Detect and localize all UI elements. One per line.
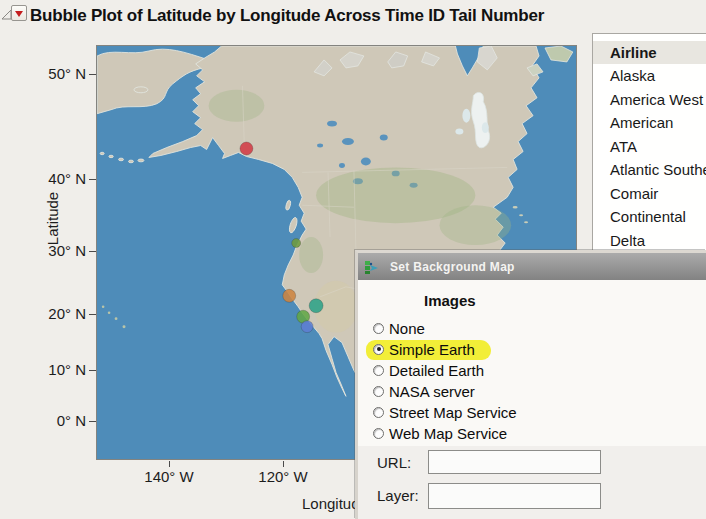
images-section-title: Images xyxy=(424,292,476,309)
radio-option-simple-earth[interactable]: Simple Earth xyxy=(358,339,706,360)
legend-item[interactable]: Continental xyxy=(593,205,706,229)
page-title: Bubble Plot of Latitude by Longitude Acr… xyxy=(30,6,544,26)
radio-label: Street Map Service xyxy=(389,404,517,421)
x-tick-label: 140° W xyxy=(139,468,199,485)
radio-label: Web Map Service xyxy=(389,425,507,442)
y-tick-label: 30° N xyxy=(28,242,86,259)
radio-label: Detailed Earth xyxy=(389,362,484,379)
map-bubble[interactable] xyxy=(283,289,296,302)
radio-icon[interactable] xyxy=(373,428,384,439)
legend-item[interactable]: Comair xyxy=(593,182,706,206)
red-triangle-icon xyxy=(15,11,23,17)
y-tick-mark xyxy=(89,370,96,371)
map-bubble[interactable] xyxy=(240,142,253,155)
y-tick-mark xyxy=(89,314,96,315)
legend-item[interactable]: Delta xyxy=(593,229,706,253)
y-tick-label: 20° N xyxy=(28,305,86,322)
radio-label: None xyxy=(389,320,425,337)
dialog-body: Images None Simple Earth Detailed Earth … xyxy=(358,280,706,519)
legend-item[interactable]: Atlantic Southeast xyxy=(593,158,706,182)
y-tick-mark xyxy=(89,74,96,75)
layer-input[interactable] xyxy=(428,483,601,509)
radio-option-web-map-service[interactable]: Web Map Service xyxy=(358,423,706,444)
y-tick-mark xyxy=(89,179,96,180)
radio-option-street-map-service[interactable]: Street Map Service xyxy=(358,402,706,423)
yellow-highlight: Simple Earth xyxy=(366,340,491,360)
radio-label: NASA server xyxy=(389,383,475,400)
radio-icon-selected[interactable] xyxy=(373,344,384,355)
dialog-title: Set Background Map xyxy=(390,260,515,274)
x-tick-mark xyxy=(169,461,170,467)
dialog-titlebar[interactable]: Set Background Map xyxy=(358,253,706,280)
url-input[interactable] xyxy=(428,450,601,474)
map-bubble[interactable] xyxy=(292,239,301,248)
radio-icon[interactable] xyxy=(373,365,384,376)
y-tick-label: 0° N xyxy=(28,412,86,429)
radio-icon[interactable] xyxy=(373,386,384,397)
legend-header: Airline xyxy=(593,41,706,64)
y-tick-mark xyxy=(89,251,96,252)
y-tick-mark xyxy=(89,421,96,422)
legend-item[interactable]: Alaska xyxy=(593,64,706,88)
radio-label: Simple Earth xyxy=(389,341,475,358)
layer-label: Layer: xyxy=(377,487,419,504)
map-bubble[interactable] xyxy=(309,299,323,313)
map-bubble[interactable] xyxy=(301,321,313,333)
y-tick-label: 50° N xyxy=(28,65,86,82)
y-tick-label: 40° N xyxy=(28,170,86,187)
radio-icon[interactable] xyxy=(373,407,384,418)
jmp-app-icon xyxy=(364,259,380,275)
legend-item[interactable]: ATA xyxy=(593,135,706,159)
legend-item[interactable]: American xyxy=(593,111,706,135)
x-tick-label: 120° W xyxy=(253,468,313,485)
url-label: URL: xyxy=(377,454,411,471)
set-background-map-dialog: Set Background Map Images None Simple Ea… xyxy=(355,250,706,519)
radio-icon[interactable] xyxy=(373,323,384,334)
map-source-options: None Simple Earth Detailed Earth NASA se… xyxy=(358,318,706,444)
radio-option-nasa-server[interactable]: NASA server xyxy=(358,381,706,402)
radio-option-none[interactable]: None xyxy=(358,318,706,339)
x-tick-mark xyxy=(283,461,284,467)
y-tick-label: 10° N xyxy=(28,361,86,378)
red-triangle-menu-button[interactable] xyxy=(11,5,27,21)
legend-item[interactable]: America West xyxy=(593,88,706,112)
radio-option-detailed-earth[interactable]: Detailed Earth xyxy=(358,360,706,381)
